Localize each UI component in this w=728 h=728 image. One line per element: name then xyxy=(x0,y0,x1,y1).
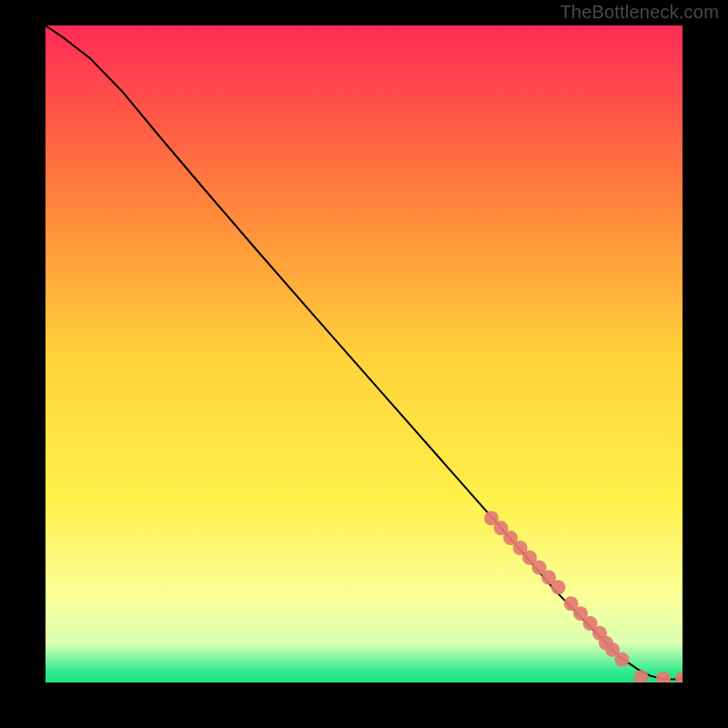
data-point xyxy=(615,652,630,667)
data-point xyxy=(551,580,566,594)
chart-frame: TheBottleneck.com xyxy=(0,0,728,728)
watermark-text: TheBottleneck.com xyxy=(560,2,719,23)
gradient-bg xyxy=(46,25,682,682)
chart-svg xyxy=(46,25,682,682)
plot-area xyxy=(46,25,682,682)
